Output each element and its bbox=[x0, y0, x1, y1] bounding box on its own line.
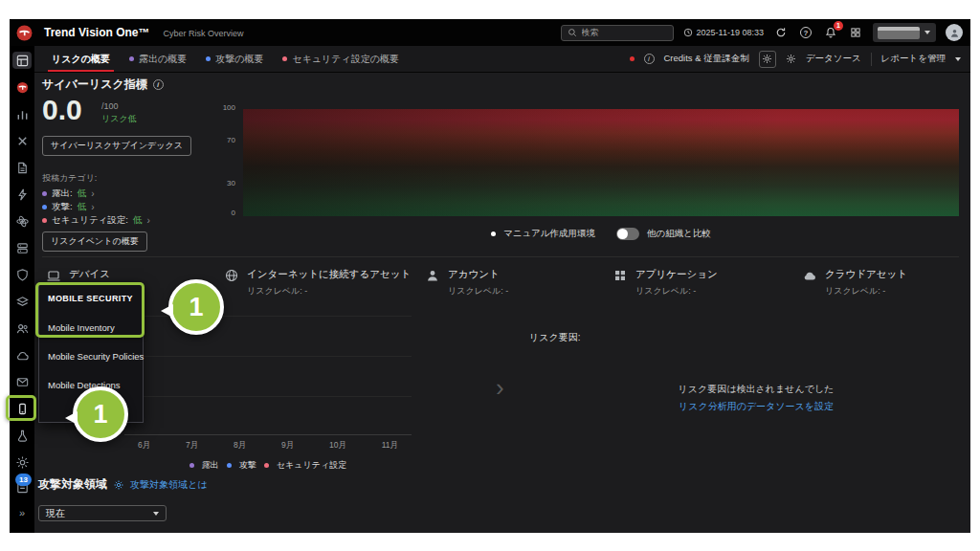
data-sources-button[interactable]: データソース bbox=[806, 53, 861, 65]
notifications-button[interactable]: 1 bbox=[823, 25, 838, 40]
search-input[interactable] bbox=[582, 28, 658, 37]
nav-risk-item[interactable] bbox=[14, 266, 30, 283]
expand-nav-button[interactable]: » bbox=[10, 507, 34, 518]
apps-grid-icon bbox=[850, 27, 861, 38]
cri-section-header: サイバーリスク指標 i bbox=[42, 77, 164, 93]
time-filter-select[interactable]: 現在 bbox=[38, 505, 167, 521]
asset-category-internet-facing[interactable]: インターネットに接続するアセット リスクレベル: - bbox=[224, 268, 411, 298]
trend-micro-logo[interactable] bbox=[10, 19, 38, 46]
manage-reports-button[interactable]: レポートを管理 bbox=[881, 53, 946, 65]
credits-link[interactable]: Credits & 従量課金制 bbox=[664, 53, 749, 65]
atom-icon bbox=[15, 214, 30, 229]
chevron-down-icon bbox=[955, 57, 961, 61]
timestamp[interactable]: 2025-11-19 08:33 bbox=[683, 28, 764, 37]
nav-tasks-item[interactable]: 13 bbox=[14, 478, 30, 496]
risk-factors-empty-message: リスク要因は検出されませんでした bbox=[574, 383, 938, 396]
nav-identity-item[interactable] bbox=[14, 320, 30, 337]
x-icon bbox=[15, 134, 30, 148]
nav-settings-item[interactable] bbox=[14, 453, 30, 471]
attack-surface-title: 攻撃対象領域 bbox=[38, 476, 107, 493]
refresh-button[interactable] bbox=[773, 25, 789, 40]
gauge-legend: マニュアル作成用環境 他の組織と比較 bbox=[243, 228, 959, 240]
gauge-tick-70: 70 bbox=[201, 136, 235, 144]
app-window: Trend Vision One™ Cyber Risk Overview 20… bbox=[10, 19, 970, 533]
nav-cloud-item[interactable] bbox=[14, 346, 30, 364]
nav-inventory-item[interactable] bbox=[14, 293, 30, 310]
contrib-title: 投稿カテゴリ: bbox=[42, 172, 97, 185]
credits-alert-dot bbox=[630, 56, 635, 61]
bar-chart-icon bbox=[15, 107, 30, 121]
legend-dot bbox=[264, 463, 269, 468]
nav-xdr-item[interactable] bbox=[14, 78, 30, 96]
shield-icon bbox=[15, 268, 30, 282]
contrib-row-exposure[interactable]: 露出: 低 › bbox=[42, 187, 94, 200]
status-dot bbox=[129, 56, 134, 61]
category-dot bbox=[42, 191, 47, 196]
clock-icon bbox=[683, 28, 693, 37]
contrib-row-security-config[interactable]: セキュリティ設定: 低 › bbox=[42, 214, 150, 227]
contrib-label: 攻撃: bbox=[52, 201, 73, 213]
compare-toggle[interactable] bbox=[616, 228, 639, 240]
help-button[interactable]: ? bbox=[798, 25, 813, 40]
panel-chevron-icon[interactable]: › bbox=[496, 375, 504, 400]
double-chevron-right-icon: » bbox=[19, 507, 25, 518]
tab-attack-overview[interactable]: 攻撃の概要 bbox=[196, 46, 273, 72]
asset-category-label: アカウント bbox=[448, 268, 508, 281]
tasks-count-badge: 13 bbox=[15, 474, 32, 486]
status-dot bbox=[206, 56, 211, 61]
cri-subindex-button[interactable]: サイバーリスクサブインデックス bbox=[42, 136, 191, 156]
contrib-value: 低 bbox=[133, 214, 143, 227]
asset-category-cloud[interactable]: クラウドアセット リスクレベル: - bbox=[802, 268, 907, 298]
search-box[interactable] bbox=[561, 25, 674, 41]
nav-workbench-item[interactable] bbox=[14, 132, 30, 149]
cri-risk-level: リスク低 bbox=[101, 113, 137, 125]
x-label: 7月 bbox=[186, 440, 198, 452]
tab-risk-overview[interactable]: リスクの概要 bbox=[42, 46, 120, 72]
divider bbox=[871, 53, 872, 66]
tenant-selector[interactable] bbox=[873, 23, 936, 42]
annotation-tail bbox=[161, 304, 173, 318]
screenshot-canvas: Trend Vision One™ Cyber Risk Overview 20… bbox=[0, 0, 980, 551]
asset-category-label: クラウドアセット bbox=[825, 268, 907, 281]
annotation-step-marker-menu: 1 bbox=[168, 279, 224, 335]
x-label: 6月 bbox=[138, 440, 150, 452]
refresh-icon bbox=[775, 27, 787, 38]
info-icon[interactable]: i bbox=[153, 79, 164, 90]
risk-factors-title: リスク要因: bbox=[529, 331, 580, 344]
globe-icon bbox=[224, 268, 239, 283]
menu-item-mobile-security-policies[interactable]: Mobile Security Policies bbox=[39, 342, 143, 370]
tabs: リスクの概要 露出の概要 攻撃の概要 セキュリティ設定の概要 bbox=[34, 46, 409, 72]
nav-dashboard-item[interactable] bbox=[12, 52, 32, 69]
nav-sandbox-item[interactable] bbox=[14, 427, 30, 444]
asset-category-risk: リスクレベル: - bbox=[825, 285, 907, 298]
tabbar-actions: i Credits & 従量課金制 データソース レポートを管理 bbox=[630, 51, 971, 68]
asset-category-applications[interactable]: アプリケーション リスクレベル: - bbox=[612, 268, 718, 298]
nav-endpoint-item[interactable] bbox=[14, 239, 30, 256]
chevron-right-icon: › bbox=[91, 188, 94, 199]
attack-surface-header: 攻撃対象領域 攻撃対象領域とは bbox=[38, 476, 207, 493]
product-title: Trend Vision One™ bbox=[44, 26, 149, 39]
category-dot bbox=[42, 205, 47, 209]
asset-category-risk: リスクレベル: - bbox=[247, 285, 411, 298]
tab-exposure-overview[interactable]: 露出の概要 bbox=[120, 46, 196, 72]
device-icon bbox=[46, 268, 61, 283]
console-apps-button[interactable] bbox=[848, 25, 863, 40]
nav-reports-item[interactable] bbox=[14, 105, 30, 122]
user-avatar[interactable] bbox=[946, 24, 963, 41]
nav-threat-intel-item[interactable] bbox=[14, 212, 30, 230]
nav-playbooks-item[interactable] bbox=[14, 159, 30, 176]
nav-email-item[interactable] bbox=[14, 373, 30, 390]
asset-category-accounts[interactable]: アカウント リスクレベル: - bbox=[425, 268, 508, 298]
nav-automation-item[interactable] bbox=[14, 186, 30, 203]
x-label: 9月 bbox=[281, 440, 294, 452]
x-label: 10月 bbox=[329, 440, 346, 452]
gear-icon bbox=[15, 455, 30, 470]
risk-events-button[interactable]: リスクイベントの概要 bbox=[42, 231, 147, 252]
layers-icon bbox=[15, 295, 30, 309]
configure-data-sources-link[interactable]: リスク分析用のデータソースを設定 bbox=[574, 400, 938, 413]
annotation-step-number: 1 bbox=[189, 293, 203, 322]
attack-surface-help-link[interactable]: 攻撃対象領域とは bbox=[130, 478, 207, 492]
contrib-row-attack[interactable]: 攻撃: 低 › bbox=[42, 201, 94, 213]
dashboard-settings-button[interactable] bbox=[759, 51, 776, 68]
tab-security-config-overview[interactable]: セキュリティ設定の概要 bbox=[273, 46, 409, 72]
